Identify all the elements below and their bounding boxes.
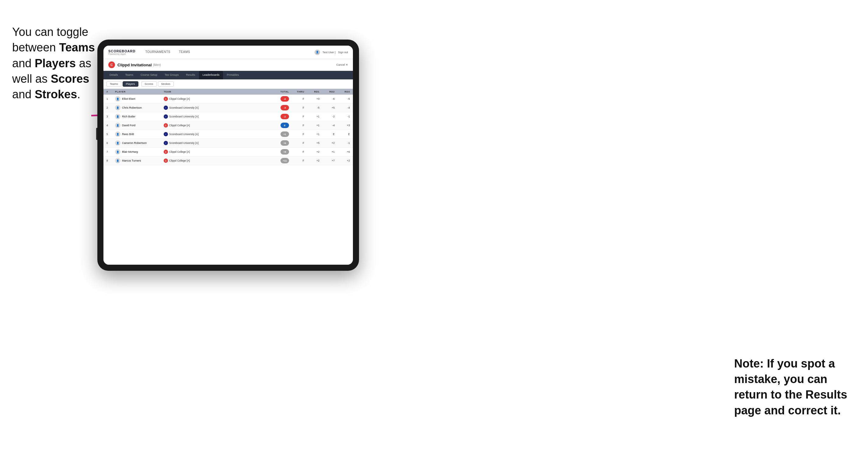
table-header: # PLAYER TEAM TOTAL THRU RD1 RD2 RD3 xyxy=(103,89,353,95)
team-logo: C xyxy=(164,158,168,163)
tournament-sub: (Men) xyxy=(153,63,161,67)
logo-subtitle: Powered by clippd xyxy=(108,53,135,55)
player-name: Cameron Robertson xyxy=(122,142,147,145)
col-player: PLAYER xyxy=(115,90,164,93)
rd1-cell: +2 xyxy=(304,159,319,162)
rd3-cell: -1 xyxy=(335,115,350,118)
team-logo: C xyxy=(164,97,168,101)
tab-details[interactable]: Details xyxy=(106,71,122,80)
score-badge: +8 xyxy=(280,149,289,155)
nav-teams[interactable]: TEAMS xyxy=(175,45,194,59)
team-name: Scoreboard University [A] xyxy=(169,115,198,118)
toggle-teams-button[interactable]: Teams xyxy=(106,81,121,87)
rd3-cell: -5 xyxy=(335,97,350,100)
toggle-players-button[interactable]: Players xyxy=(123,81,138,87)
player-info: 👤 Rees Britt xyxy=(115,131,164,137)
player-avatar: 👤 xyxy=(115,105,121,111)
col-rd2: RD2 xyxy=(319,90,335,93)
tournament-icon: C xyxy=(108,61,115,68)
rd2-cell: -2 xyxy=(319,115,335,118)
player-info: 👤 Elliot Ebert xyxy=(115,96,164,102)
player-name: Rich Butler xyxy=(122,115,135,118)
annotation-text: You can toggle between Teams and Players… xyxy=(12,26,95,101)
score-badge: E xyxy=(280,123,289,128)
total-cell: -2 xyxy=(271,114,289,119)
player-name: Elliot Ebert xyxy=(122,97,135,100)
logo-title: SCOREBOARD xyxy=(108,49,135,53)
rd2-cell: E xyxy=(319,133,335,136)
thru-cell: F xyxy=(289,97,304,100)
rank-cell: 3 xyxy=(106,115,115,118)
rd1-cell: +2 xyxy=(304,150,319,153)
team-info: C Clippd College [A] xyxy=(164,150,230,154)
player-name: Rees Britt xyxy=(122,133,134,136)
total-cell: +6 xyxy=(271,140,289,146)
nav-tournaments[interactable]: TOURNAMENTS xyxy=(141,45,175,59)
rd3-cell: +2 xyxy=(335,159,350,162)
player-name: Chris Robertson xyxy=(122,106,142,109)
top-navigation: SCOREBOARD Powered by clippd TOURNAMENTS… xyxy=(103,45,353,59)
table-row: 3 👤 Rich Butler ≡ Scoreboard University … xyxy=(103,112,353,121)
tab-printables[interactable]: Printables xyxy=(223,71,243,80)
toggle-scores-button[interactable]: Scores xyxy=(142,81,157,87)
score-badge: -8 xyxy=(280,96,289,102)
total-cell: -4 xyxy=(271,105,289,111)
tab-leaderboards[interactable]: Leaderboards xyxy=(199,71,223,80)
tab-results[interactable]: Results xyxy=(183,71,199,80)
col-spacer xyxy=(230,90,271,93)
col-rd3: RD3 xyxy=(335,90,350,93)
total-cell: E xyxy=(271,123,289,128)
team-name: Scoreboard University [A] xyxy=(169,106,198,109)
rd3-cell: +6 xyxy=(335,150,350,153)
col-team: TEAM xyxy=(164,90,230,93)
rank-cell: 2 xyxy=(106,106,115,109)
score-badge: +6 xyxy=(280,140,289,146)
team-info: ≡ Scoreboard University [A] xyxy=(164,105,230,110)
rd3-cell: -1 xyxy=(335,142,350,145)
player-avatar: 👤 xyxy=(115,96,121,102)
player-info: 👤 David Ford xyxy=(115,123,164,128)
team-info: C Clippd College [A] xyxy=(164,123,230,127)
tab-teams[interactable]: Teams xyxy=(122,71,137,80)
thru-cell: F xyxy=(289,142,304,145)
rd2-cell: -6 xyxy=(319,97,335,100)
rd3-cell: E xyxy=(335,133,350,136)
tab-tee-groups[interactable]: Tee Groups xyxy=(161,71,183,80)
player-avatar: 👤 xyxy=(115,123,121,128)
tab-course-setup[interactable]: Course Setup xyxy=(137,71,161,80)
rd1-cell: +3 xyxy=(304,97,319,100)
team-logo: ≡ xyxy=(164,141,168,145)
sign-out-link[interactable]: Sign out xyxy=(338,51,348,54)
sub-navigation: Details Teams Course Setup Tee Groups Re… xyxy=(103,71,353,80)
thru-cell: F xyxy=(289,133,304,136)
cancel-button[interactable]: Cancel ✕ xyxy=(336,63,348,66)
team-info: C Clippd College [A] xyxy=(164,158,230,163)
player-info: 👤 Marcus Turners xyxy=(115,158,164,163)
thru-cell: F xyxy=(289,150,304,153)
thru-cell: F xyxy=(289,115,304,118)
total-cell: +8 xyxy=(271,149,289,155)
rd2-cell: -4 xyxy=(319,124,335,127)
player-info: 👤 Rich Butler xyxy=(115,114,164,119)
team-info: C Clippd College [A] xyxy=(164,97,230,101)
team-logo: ≡ xyxy=(164,132,168,136)
player-name: Marcus Turners xyxy=(122,159,141,162)
toggle-strokes-button[interactable]: Strokes xyxy=(158,81,174,87)
player-info: 👤 Cameron Robertson xyxy=(115,140,164,146)
team-info: ≡ Scoreboard University [A] xyxy=(164,132,230,136)
player-avatar: 👤 xyxy=(115,158,121,163)
table-row: 7 👤 Blair McHarg C Clippd College [A] +8… xyxy=(103,148,353,156)
team-name: Clippd College [A] xyxy=(169,159,190,162)
rd3-cell: +3 xyxy=(335,124,350,127)
scoreboard-logo: SCOREBOARD Powered by clippd xyxy=(108,49,135,55)
rd1-cell: +1 xyxy=(304,115,319,118)
left-annotation: You can toggle between Teams and Players… xyxy=(12,24,97,102)
player-avatar: 👤 xyxy=(115,131,121,137)
rank-cell: 4 xyxy=(106,124,115,127)
team-logo: C xyxy=(164,123,168,127)
player-name: Blair McHarg xyxy=(122,150,138,153)
right-annotation-text: Note: If you spot a mistake, you can ret… xyxy=(734,357,847,417)
right-annotation: Note: If you spot a mistake, you can ret… xyxy=(734,356,850,418)
rd1-cell: +5 xyxy=(304,142,319,145)
player-avatar: 👤 xyxy=(115,140,121,146)
